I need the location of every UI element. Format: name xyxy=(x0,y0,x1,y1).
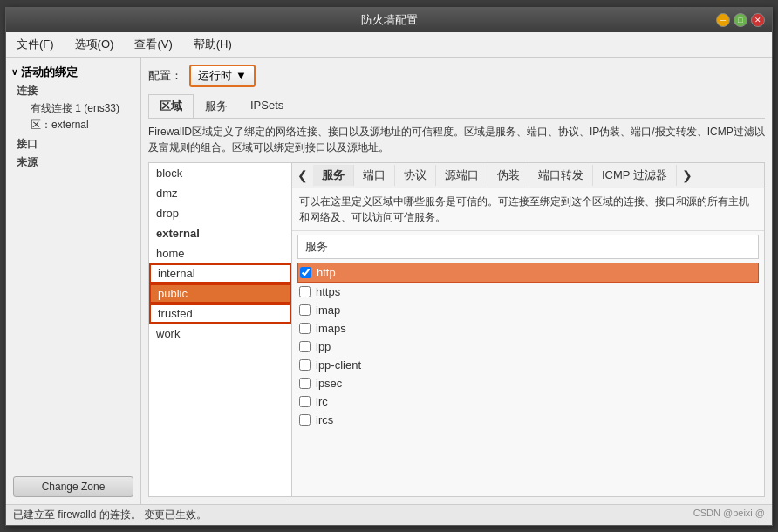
service-item-https[interactable]: https xyxy=(297,283,759,301)
change-zone-button[interactable]: Change Zone xyxy=(13,476,133,497)
service-tab-masquerade[interactable]: 伪装 xyxy=(488,165,529,186)
tabs-bar: 区域 服务 IPSets xyxy=(148,94,765,119)
sidebar-interface-title: 接口 xyxy=(17,137,130,152)
sidebar-spacer xyxy=(6,175,140,469)
service-checkbox-ipp-client[interactable] xyxy=(299,359,311,371)
config-row: 配置： 运行时 ▼ xyxy=(148,65,765,87)
sidebar-section-header: ∨ 活动的绑定 xyxy=(11,65,135,80)
service-label-ipp-client: ipp-client xyxy=(316,358,361,372)
service-item-irc[interactable]: irc xyxy=(297,392,759,411)
right-panel: 配置： 运行时 ▼ 区域 服务 IPSets FirewallD区域定义了绑定的… xyxy=(141,58,772,504)
service-item-ipp-client[interactable]: ipp-client xyxy=(297,356,759,374)
menu-file[interactable]: 文件(F) xyxy=(13,35,58,54)
sidebar: ∨ 活动的绑定 连接 有线连接 1 (ens33) 区：external 接口 … xyxy=(6,58,141,504)
sidebar-interface-section: 接口 xyxy=(11,137,135,152)
service-label-ipsec: ipsec xyxy=(316,377,342,390)
service-item-imap[interactable]: imap xyxy=(297,301,759,319)
service-checkbox-ipsec[interactable] xyxy=(299,378,311,389)
chevron-down-icon: ∨ xyxy=(11,67,17,77)
sidebar-connection-1-zone: 区：external xyxy=(27,117,130,133)
service-checkbox-ipp[interactable] xyxy=(299,341,311,352)
service-label-imap: imap xyxy=(316,304,340,317)
sidebar-connection-title: 连接 xyxy=(17,84,130,99)
service-label-https: https xyxy=(316,285,340,298)
service-label-http: http xyxy=(317,266,336,279)
service-checkbox-http[interactable] xyxy=(300,267,311,278)
sidebar-connection-section: 连接 有线连接 1 (ens33) 区：external xyxy=(11,84,135,133)
minimize-button[interactable]: ─ xyxy=(716,13,730,27)
service-list-header: 服务 xyxy=(297,235,759,259)
service-item-ipsec[interactable]: ipsec xyxy=(297,374,759,392)
zone-drop[interactable]: drop xyxy=(149,203,291,223)
sidebar-connection-items: 有线连接 1 (ens33) 区：external xyxy=(17,100,130,133)
service-tab-icmp[interactable]: ICMP 过滤器 xyxy=(593,165,677,186)
status-right: CSDN @beixi @ xyxy=(693,508,765,522)
close-button[interactable]: ✕ xyxy=(751,13,765,27)
zone-block[interactable]: block xyxy=(149,163,291,183)
zone-external[interactable]: external xyxy=(149,223,291,243)
service-checkbox-ircs[interactable] xyxy=(299,414,311,426)
tab-zones[interactable]: 区域 xyxy=(148,94,194,118)
main-content: ∨ 活动的绑定 连接 有线连接 1 (ens33) 区：external 接口 … xyxy=(6,58,772,504)
service-tab-srcport[interactable]: 源端口 xyxy=(436,165,488,186)
menu-view[interactable]: 查看(V) xyxy=(131,35,175,54)
service-item-ipp[interactable]: ipp xyxy=(297,338,759,356)
service-nav: ❮ 服务 端口 协议 源端口 伪装 端口转发 ICMP 过滤器 ❯ xyxy=(292,163,764,188)
status-text: 已建立至 firewalld 的连接。 变更已生效。 xyxy=(13,508,207,522)
zone-internal[interactable]: internal xyxy=(149,263,291,283)
menu-bar: 文件(F) 选项(O) 查看(V) 帮助(H) xyxy=(6,32,772,58)
service-tab-ports[interactable]: 端口 xyxy=(354,165,395,186)
service-checkbox-imaps[interactable] xyxy=(299,323,311,334)
service-tab-portforward[interactable]: 端口转发 xyxy=(529,165,593,186)
zone-public[interactable]: public xyxy=(149,283,291,304)
service-item-http[interactable]: http xyxy=(297,263,759,283)
sidebar-connection-1[interactable]: 有线连接 1 (ens33) xyxy=(27,100,130,117)
window-title: 防火墙配置 xyxy=(361,12,418,28)
service-item-imaps[interactable]: imaps xyxy=(297,319,759,338)
service-checkbox-https[interactable] xyxy=(299,286,311,297)
nav-right-arrow[interactable]: ❯ xyxy=(677,167,698,184)
nav-left-arrow[interactable]: ❮ xyxy=(292,167,313,184)
service-tab-protocol[interactable]: 协议 xyxy=(395,165,436,186)
config-label: 配置： xyxy=(148,68,182,84)
service-label-imaps: imaps xyxy=(316,322,346,335)
config-dropdown-value: 运行时 xyxy=(198,68,232,84)
zone-list: block dmz drop external home internal pu… xyxy=(148,162,292,497)
zone-home[interactable]: home xyxy=(149,243,291,263)
tab-services[interactable]: 服务 xyxy=(194,94,239,118)
service-tab-services[interactable]: 服务 xyxy=(313,165,354,186)
config-dropdown[interactable]: 运行时 ▼ xyxy=(189,65,256,87)
service-item-ircs[interactable]: ircs xyxy=(297,411,759,429)
status-bar: 已建立至 firewalld 的连接。 变更已生效。 CSDN @beixi @ xyxy=(6,504,772,525)
zone-service-area: block dmz drop external home internal pu… xyxy=(148,162,765,497)
dropdown-arrow-icon: ▼ xyxy=(235,69,247,82)
tab-ipsets[interactable]: IPSets xyxy=(239,94,295,118)
sidebar-active-bindings: ∨ 活动的绑定 连接 有线连接 1 (ens33) 区：external 接口 … xyxy=(6,58,140,175)
sidebar-source-title: 来源 xyxy=(17,155,130,170)
service-checkbox-imap[interactable] xyxy=(299,304,311,316)
zone-trusted[interactable]: trusted xyxy=(149,304,291,324)
main-window: 防火墙配置 ─ □ ✕ 文件(F) 选项(O) 查看(V) 帮助(H) ∨ 活动… xyxy=(5,7,773,526)
service-panel: ❮ 服务 端口 协议 源端口 伪装 端口转发 ICMP 过滤器 ❯ 可以在这里定… xyxy=(292,162,765,497)
service-checkbox-irc[interactable] xyxy=(299,396,311,407)
service-label-ircs: ircs xyxy=(316,413,333,426)
zone-dmz[interactable]: dmz xyxy=(149,183,291,203)
menu-help[interactable]: 帮助(H) xyxy=(190,35,235,54)
service-description: 可以在这里定义区域中哪些服务是可信的。可连接至绑定到这个区域的连接、接口和源的所… xyxy=(292,188,764,231)
title-bar: 防火墙配置 ─ □ ✕ xyxy=(6,8,772,32)
sidebar-source-section: 来源 xyxy=(11,155,135,170)
maximize-button[interactable]: □ xyxy=(734,13,747,27)
window-controls: ─ □ ✕ xyxy=(716,13,765,27)
service-label-ipp: ipp xyxy=(316,340,331,353)
firewalld-description: FirewallD区域定义了绑定的网络连接、接口以及源地址的可信程度。区域是服务… xyxy=(148,124,765,155)
menu-options[interactable]: 选项(O) xyxy=(72,35,118,54)
service-list: http https imap imaps xyxy=(292,261,764,496)
sidebar-section-title: 活动的绑定 xyxy=(21,65,78,80)
service-label-irc: irc xyxy=(316,395,328,408)
zone-work[interactable]: work xyxy=(149,324,291,344)
